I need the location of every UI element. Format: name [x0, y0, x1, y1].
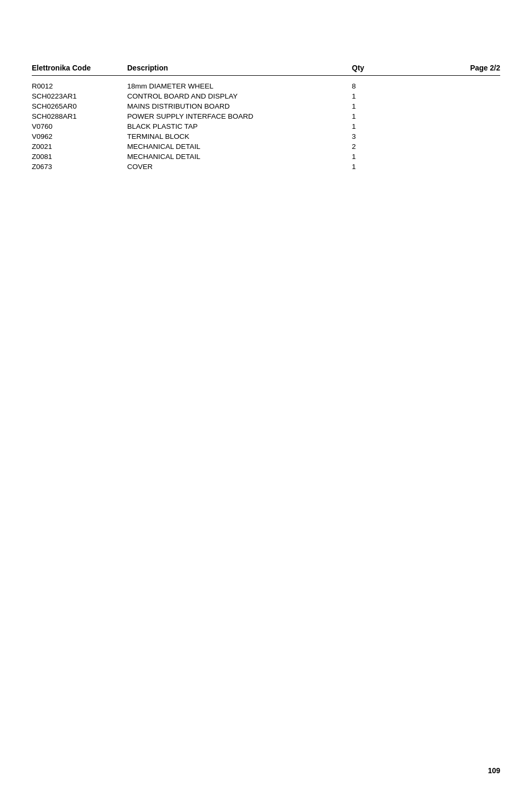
table-row: Z0021MECHANICAL DETAIL2 — [32, 141, 500, 152]
cell-description: BLACK PLASTIC TAP — [127, 122, 352, 130]
cell-description: MECHANICAL DETAIL — [127, 153, 352, 161]
table-row: SCH0223AR1CONTROL BOARD AND DISPLAY1 — [32, 91, 500, 101]
cell-page — [405, 92, 500, 100]
cell-qty: 8 — [352, 82, 405, 90]
parts-table: Elettronika Code Description Qty Page 2/… — [32, 64, 500, 172]
cell-description: MECHANICAL DETAIL — [127, 143, 352, 151]
header-qty: Qty — [352, 64, 405, 72]
cell-qty: 1 — [352, 92, 405, 100]
cell-qty: 2 — [352, 143, 405, 151]
cell-page — [405, 132, 500, 140]
cell-description: COVER — [127, 163, 352, 171]
header-code: Elettronika Code — [32, 64, 127, 72]
cell-code: V0962 — [32, 132, 127, 140]
table-body: R001218mm DIAMETER WHEEL8SCH0223AR1CONTR… — [32, 81, 500, 172]
page-number: 109 — [488, 766, 500, 775]
table-row: SCH0265AR0MAINS DISTRIBUTION BOARD1 — [32, 101, 500, 111]
table-row: Z0673COVER1 — [32, 162, 500, 172]
table-row: Z0081MECHANICAL DETAIL1 — [32, 152, 500, 162]
cell-code: SCH0223AR1 — [32, 92, 127, 100]
table-row: V0962TERMINAL BLOCK3 — [32, 131, 500, 141]
cell-qty: 3 — [352, 132, 405, 140]
cell-description: TERMINAL BLOCK — [127, 132, 352, 140]
cell-page — [405, 102, 500, 110]
cell-code: SCH0265AR0 — [32, 102, 127, 110]
cell-code: R0012 — [32, 82, 127, 90]
header-page: Page 2/2 — [405, 64, 500, 72]
cell-description: POWER SUPPLY INTERFACE BOARD — [127, 112, 352, 120]
table-row: V0760BLACK PLASTIC TAP1 — [32, 121, 500, 131]
cell-description: CONTROL BOARD AND DISPLAY — [127, 92, 352, 100]
cell-code: V0760 — [32, 122, 127, 130]
cell-description: MAINS DISTRIBUTION BOARD — [127, 102, 352, 110]
cell-page — [405, 82, 500, 90]
cell-qty: 1 — [352, 153, 405, 161]
table-row: R001218mm DIAMETER WHEEL8 — [32, 81, 500, 91]
cell-page — [405, 163, 500, 171]
cell-page — [405, 153, 500, 161]
cell-code: Z0673 — [32, 163, 127, 171]
table-header: Elettronika Code Description Qty Page 2/… — [32, 64, 500, 76]
cell-page — [405, 112, 500, 120]
cell-qty: 1 — [352, 102, 405, 110]
cell-qty: 1 — [352, 163, 405, 171]
cell-code: SCH0288AR1 — [32, 112, 127, 120]
cell-page — [405, 143, 500, 151]
cell-description: 18mm DIAMETER WHEEL — [127, 82, 352, 90]
page: Elettronika Code Description Qty Page 2/… — [0, 0, 532, 796]
cell-code: Z0021 — [32, 143, 127, 151]
cell-code: Z0081 — [32, 153, 127, 161]
cell-qty: 1 — [352, 122, 405, 130]
cell-page — [405, 122, 500, 130]
header-description: Description — [127, 64, 352, 72]
cell-qty: 1 — [352, 112, 405, 120]
table-row: SCH0288AR1POWER SUPPLY INTERFACE BOARD1 — [32, 111, 500, 121]
